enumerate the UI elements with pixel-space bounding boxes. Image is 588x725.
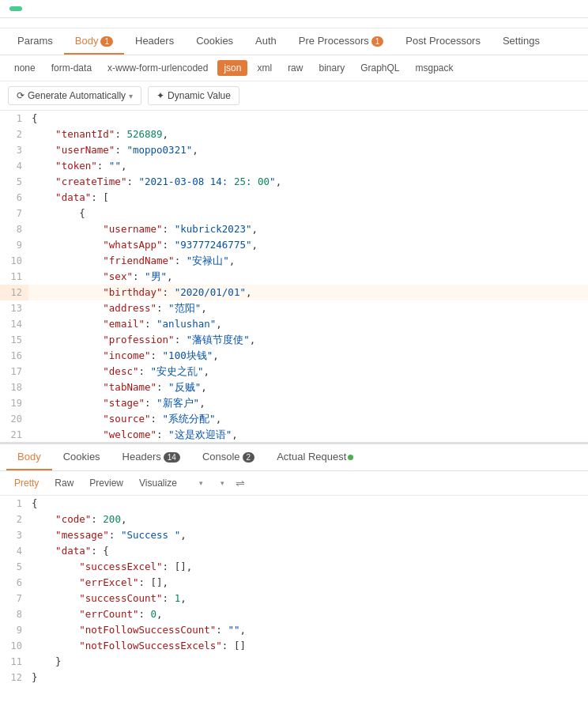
chevron-down-icon: ▾ (199, 479, 203, 487)
dynamic-icon: ✦ (156, 90, 164, 101)
request-tab-nav: ParamsBody1HeadersCookiesAuthPre Process… (0, 28, 588, 55)
format-form-data[interactable]: form-data (45, 60, 98, 76)
line-number: 11 (0, 654, 28, 670)
bottom-tab-body[interactable]: Body (6, 444, 52, 470)
line-content: "email": "anlushan", (28, 316, 588, 332)
format-xml[interactable]: xml (251, 60, 278, 76)
code-line: 12} (0, 670, 588, 685)
format-GraphQL[interactable]: GraphQL (354, 60, 405, 76)
encoding-select[interactable]: ▾ (214, 477, 229, 489)
code-line: 7 "successCount": 1, (0, 591, 588, 606)
line-number: 7 (0, 591, 28, 606)
response-format-raw[interactable]: Raw (48, 475, 80, 491)
code-line: 19 "stage": "新客户", (0, 395, 588, 411)
line-number: 9 (0, 237, 28, 253)
code-line: 10 "notFollowSuccessExcels": [] (0, 638, 588, 654)
line-content: "profession": "藩镇节度使", (28, 332, 588, 348)
line-content: "code": 200, (28, 512, 588, 527)
response-tab-nav: BodyCookiesHeaders14Console2Actual Reque… (0, 444, 588, 471)
code-line: 5 "successExcel": [], (0, 559, 588, 575)
line-content: "notFollowSuccessCount": "", (28, 622, 588, 638)
line-content: } (28, 670, 588, 685)
bottom-tab-cookies[interactable]: Cookies (52, 444, 111, 470)
line-content: "createTime": "2021-03-08 14: 25: 00", (28, 174, 588, 190)
tab-pre-processors[interactable]: Pre Processors1 (288, 28, 394, 55)
code-line: 5 "createTime": "2021-03-08 14: 25: 00", (0, 174, 588, 190)
line-number: 20 (0, 411, 28, 427)
tab-settings[interactable]: Settings (492, 28, 551, 55)
code-line: 3 "message": "Success ", (0, 527, 588, 543)
line-number: 18 (0, 379, 28, 395)
line-content: "tabName": "反贼", (28, 379, 588, 395)
line-content: "errCount": 0, (28, 606, 588, 622)
code-line: 8 "username": "kubrick2023", (0, 221, 588, 237)
tab-headers[interactable]: Headers (124, 28, 185, 55)
format-raw[interactable]: raw (281, 60, 309, 76)
line-content: "data": [ (28, 190, 588, 206)
format-json[interactable]: json (217, 60, 247, 76)
dynamic-label: Dynamic Value (168, 90, 231, 101)
line-content: "message": "Success ", (28, 527, 588, 543)
code-line: 4 "token": "", (0, 158, 588, 174)
code-line: 7 { (0, 206, 588, 221)
request-body-editor[interactable]: 1{2 "tenantId": 526889,3 "userName": "mo… (0, 111, 588, 443)
response-format-preview[interactable]: Preview (83, 475, 130, 491)
code-line: 3 "userName": "moppo0321", (0, 142, 588, 158)
line-number: 5 (0, 174, 28, 190)
tab-auth[interactable]: Auth (244, 28, 288, 55)
bottom-tab-actual-request[interactable]: Actual Request (266, 444, 364, 470)
tab-cookies[interactable]: Cookies (185, 28, 244, 55)
code-line: 6 "data": [ (0, 190, 588, 206)
line-content: "address": "范阳", (28, 300, 588, 316)
format-binary[interactable]: binary (312, 60, 351, 76)
format-x-www-form-urlencoded[interactable]: x-www-form-urlencoded (101, 60, 214, 76)
json-format-select[interactable]: ▾ (193, 477, 208, 489)
code-line: 1{ (0, 496, 588, 512)
bottom-tab-console[interactable]: Console2 (191, 444, 266, 470)
line-number: 6 (0, 190, 28, 206)
http-method (9, 6, 22, 11)
line-content: "birthday": "2020/01/01", (28, 285, 588, 300)
response-body-editor[interactable]: 1{2 "code": 200,3 "message": "Success ",… (0, 496, 588, 685)
line-number: 10 (0, 253, 28, 269)
line-number: 9 (0, 622, 28, 638)
line-number: 3 (0, 142, 28, 158)
format-none[interactable]: none (8, 60, 42, 76)
tab-body[interactable]: Body1 (64, 28, 124, 55)
code-line: 6 "errExcel": [], (0, 575, 588, 591)
line-number: 4 (0, 543, 28, 559)
wrap-icon[interactable]: ⇌ (236, 477, 245, 489)
code-line: 20 "source": "系统分配", (0, 411, 588, 427)
line-number: 4 (0, 158, 28, 174)
code-line: 10 "friendName": "安禄山", (0, 253, 588, 269)
generate-automatically-button[interactable]: ⟳ Generate Automatically ▾ (8, 86, 141, 105)
line-content: { (28, 111, 588, 126)
line-content: { (28, 206, 588, 221)
line-number: 16 (0, 348, 28, 364)
code-line: 11 "sex": "男", (0, 269, 588, 285)
code-line: 14 "email": "anlushan", (0, 316, 588, 332)
code-line: 1{ (0, 111, 588, 126)
tab-post-processors[interactable]: Post Processors (394, 28, 492, 55)
bottom-tab-headers[interactable]: Headers14 (111, 444, 191, 470)
response-format-pretty[interactable]: Pretty (8, 475, 45, 491)
response-section: BodyCookiesHeaders14Console2Actual Reque… (0, 443, 588, 685)
line-number: 7 (0, 206, 28, 221)
line-number: 19 (0, 395, 28, 411)
code-line: 9 "notFollowSuccessCount": "", (0, 622, 588, 638)
line-content: "username": "kubrick2023", (28, 221, 588, 237)
response-format-visualize[interactable]: Visualize (133, 475, 183, 491)
tab-params[interactable]: Params (6, 28, 64, 55)
line-content: "errExcel": [], (28, 575, 588, 591)
status-line (0, 18, 588, 28)
code-line: 18 "tabName": "反贼", (0, 379, 588, 395)
line-number: 8 (0, 606, 28, 622)
status-dot (348, 455, 353, 460)
line-content: "welcome": "这是欢迎语", (28, 427, 588, 443)
dynamic-value-button[interactable]: ✦ Dynamic Value (148, 86, 239, 105)
body-format-nav: noneform-datax-www-form-urlencodedjsonxm… (0, 55, 588, 81)
line-number: 1 (0, 496, 28, 512)
code-line: 8 "errCount": 0, (0, 606, 588, 622)
line-content: "friendName": "安禄山", (28, 253, 588, 269)
format-msgpack[interactable]: msgpack (409, 60, 460, 76)
